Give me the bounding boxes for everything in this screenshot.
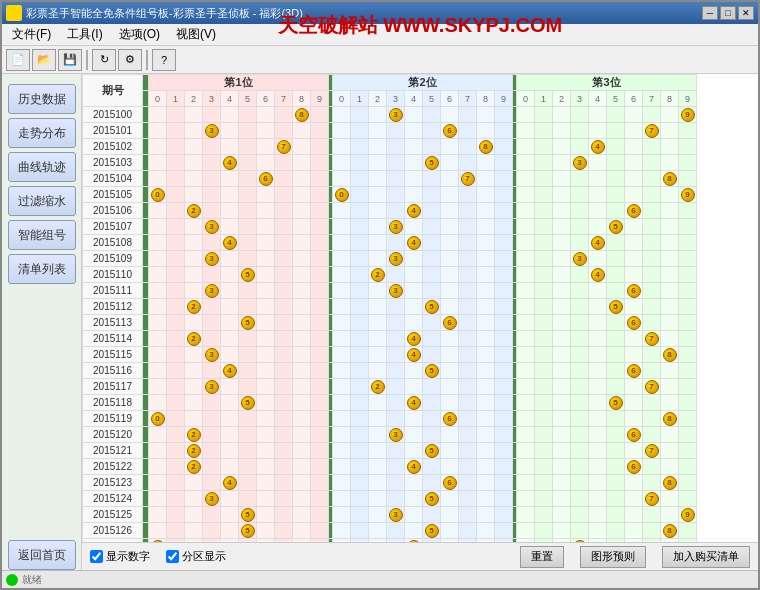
cell-p3-5 [607,155,625,171]
cell-p1-8 [293,395,311,411]
cell-p1-0 [149,219,167,235]
cell-p3-6 [625,475,643,491]
cell-p2-1 [351,443,369,459]
cell-p3-8 [661,187,679,203]
cell-p3-5 [607,459,625,475]
ball-p2: 5 [425,300,439,314]
menu-view[interactable]: 视图(V) [168,24,224,45]
show-numbers-check[interactable]: 显示数字 [90,549,150,564]
open-button[interactable]: 📂 [32,49,56,71]
cell-p1-6 [257,523,275,539]
new-button[interactable]: 📄 [6,49,30,71]
menu-options[interactable]: 选项(O) [111,24,168,45]
cell-p2-3 [387,203,405,219]
cell-p3-1 [535,315,553,331]
cell-p3-1 [535,299,553,315]
help-button[interactable]: ? [152,49,176,71]
cell-p3-5 [607,283,625,299]
ball-p2: 3 [389,284,403,298]
cell-p1-9 [311,363,329,379]
sidebar-list[interactable]: 清单列表 [8,254,76,284]
sidebar-filter[interactable]: 过滤缩水 [8,186,76,216]
cell-p3-2 [553,267,571,283]
maximize-button[interactable]: □ [720,6,736,20]
cell-p2-1 [351,139,369,155]
settings-button[interactable]: ⚙ [118,49,142,71]
cell-p1-2: 2 [185,459,203,475]
cell-p3-8: 8 [661,171,679,187]
cell-p1-8 [293,459,311,475]
cell-p1-7: 7 [275,139,293,155]
ball-p1: 0 [151,188,165,202]
grid-container[interactable]: 期号 第1位 第2位 第3位 0123456789012345678901234… [82,74,758,542]
grid-scroll[interactable]: 期号 第1位 第2位 第3位 0123456789012345678901234… [82,74,758,542]
cell-p1-4 [221,523,239,539]
cell-p2-4: 4 [405,203,423,219]
sidebar-home[interactable]: 返回首页 [8,540,76,570]
cell-p3-5: 5 [607,299,625,315]
ball-p2: 2 [371,380,385,394]
ball-p3: 7 [645,444,659,458]
ball-p1: 3 [205,252,219,266]
cell-p2-1 [351,411,369,427]
cell-p3-3: 3 [571,539,589,543]
period-cell: 2015104 [83,171,143,187]
cell-p1-6 [257,251,275,267]
cell-p2-1 [351,475,369,491]
refresh-button[interactable]: ↻ [92,49,116,71]
cell-p1-6 [257,427,275,443]
cell-p2-9 [495,475,513,491]
period-cell: 2015107 [83,219,143,235]
ball-p3: 9 [681,188,695,202]
cell-p3-1 [535,235,553,251]
cell-p2-0 [333,171,351,187]
menu-file[interactable]: 文件(F) [4,24,59,45]
show-zones-checkbox[interactable] [166,550,179,563]
cell-p1-3 [203,267,221,283]
table-row: 2015102784 [83,139,697,155]
add-cart-button[interactable]: 加入购买清单 [662,546,750,568]
cell-p2-0: 0 [333,187,351,203]
cell-p1-4 [221,219,239,235]
cell-p3-0 [517,283,535,299]
cell-p1-3 [203,187,221,203]
cell-p2-7 [459,155,477,171]
cell-p3-3 [571,139,589,155]
show-numbers-checkbox[interactable] [90,550,103,563]
cell-p2-9 [495,427,513,443]
cell-p3-6 [625,379,643,395]
cell-p1-2 [185,411,203,427]
ball-p2: 6 [443,412,457,426]
sidebar-curve[interactable]: 曲线轨迹 [8,152,76,182]
menu-tools[interactable]: 工具(I) [59,24,110,45]
table-row: 2015121257 [83,443,697,459]
ball-p1: 8 [295,108,309,122]
window-controls: ─ □ ✕ [702,6,754,20]
sidebar: 历史数据 走势分布 曲线轨迹 过滤缩水 智能组号 清单列表 返回首页 [2,74,82,570]
cell-p2-9 [495,235,513,251]
cell-p2-4 [405,267,423,283]
cell-p3-9 [679,267,697,283]
cell-p1-7 [275,411,293,427]
reset-button[interactable]: 重置 [520,546,564,568]
sidebar-history[interactable]: 历史数据 [8,84,76,114]
cell-p2-6 [441,523,459,539]
cell-p1-8 [293,123,311,139]
period-cell: 2015110 [83,267,143,283]
minimize-button[interactable]: ─ [702,6,718,20]
close-button[interactable]: ✕ [738,6,754,20]
cell-p1-5 [239,363,257,379]
save-button[interactable]: 💾 [58,49,82,71]
cell-p2-0 [333,315,351,331]
ball-p2: 4 [407,348,421,362]
ball-p1: 4 [223,156,237,170]
cell-p1-5 [239,539,257,543]
cell-p1-8 [293,139,311,155]
sidebar-smart[interactable]: 智能组号 [8,220,76,250]
cell-p1-5 [239,443,257,459]
cell-p1-6 [257,235,275,251]
cell-p2-5 [423,459,441,475]
show-zones-check[interactable]: 分区显示 [166,549,226,564]
chart-button[interactable]: 图形预则 [580,546,646,568]
sidebar-trend[interactable]: 走势分布 [8,118,76,148]
